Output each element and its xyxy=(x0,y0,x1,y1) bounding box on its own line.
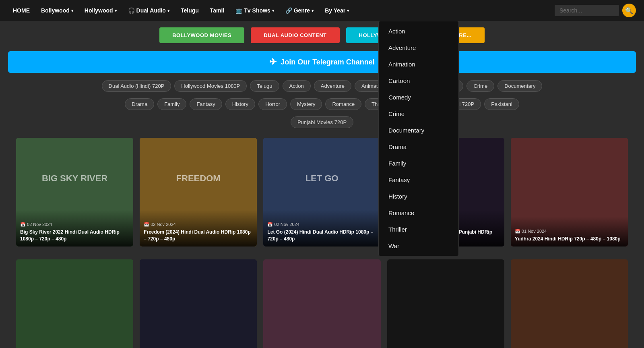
category-buttons: BOLLYWOOD MOVIES DUAL AUDIO CONTENT HOLL… xyxy=(0,21,644,47)
tag-telugu[interactable]: Telugu xyxy=(250,80,279,92)
movie-card[interactable] xyxy=(263,259,380,348)
genre-item-comedy[interactable]: Comedy xyxy=(379,89,458,106)
headphone-icon xyxy=(128,7,135,14)
telegram-icon: ✈ xyxy=(269,57,277,67)
movie-card[interactable]: FREEDOM📅 02 Nov 2024Freedom (2024) Hindi… xyxy=(140,138,257,246)
genre-item-history[interactable]: History xyxy=(379,188,458,205)
movie-overlay: 📅 02 Nov 2024Big Sky River 2022 Hindi Du… xyxy=(16,210,133,246)
movie-grid-row1: BIG SKY RIVER📅 02 Nov 2024Big Sky River … xyxy=(0,131,644,253)
tag-adventure[interactable]: Adventure xyxy=(314,80,351,92)
chevron-down-icon: ▾ xyxy=(272,8,274,13)
tag-history[interactable]: History xyxy=(225,98,255,110)
genre-item-animation[interactable]: Animation xyxy=(379,56,458,72)
nav-by-year[interactable]: By Year ▾ xyxy=(320,4,354,17)
movie-title: Let Go (2024) Hindi Dual Audio HDRip 108… xyxy=(267,229,376,242)
svg-text:LET GO: LET GO xyxy=(305,173,339,183)
movie-card[interactable] xyxy=(387,259,504,348)
tag-pakistani[interactable]: Pakistani xyxy=(484,98,519,110)
tag-punjabi-movies-720p[interactable]: Punjabi Movies 720P xyxy=(291,116,353,128)
genre-item-romance[interactable]: Romance xyxy=(379,205,458,221)
tag-family[interactable]: Family xyxy=(157,98,186,110)
tag-romance[interactable]: Romance xyxy=(325,98,361,110)
movie-overlay: 📅 02 Nov 2024Let Go (2024) Hindi Dual Au… xyxy=(263,210,380,246)
svg-rect-10 xyxy=(263,259,380,348)
genre-item-cartoon[interactable]: Cartoon xyxy=(379,72,458,89)
svg-rect-8 xyxy=(16,259,133,348)
movie-date: 📅 02 Nov 2024 xyxy=(20,222,129,227)
tag-mystery[interactable]: Mystery xyxy=(290,98,322,110)
chevron-down-icon: ▾ xyxy=(115,8,117,13)
tags-row-1: Dual Audio (Hindi) 720PHollywood Movies … xyxy=(0,77,644,95)
movie-overlay: 📅 02 Nov 2024Freedom (2024) Hindi Dual A… xyxy=(140,210,257,246)
movie-date: 📅 02 Nov 2024 xyxy=(267,222,376,227)
movie-card[interactable]: LET GO📅 02 Nov 2024Let Go (2024) Hindi D… xyxy=(263,138,380,246)
genre-item-family[interactable]: Family xyxy=(379,155,458,172)
tag-drama[interactable]: Drama xyxy=(125,98,154,110)
nav-genre[interactable]: Genre ▾ xyxy=(281,4,318,17)
genre-item-fantasy[interactable]: Fantasy xyxy=(379,172,458,188)
nav-telugu[interactable]: Telugu xyxy=(176,4,204,17)
movie-title: Yudhra 2024 Hindi HDRip 720p – 480p – 10… xyxy=(515,236,624,242)
nav-dual-audio[interactable]: Dual Audio ▾ xyxy=(123,4,174,17)
svg-rect-9 xyxy=(140,259,257,348)
genre-item-documentary[interactable]: Documentary xyxy=(379,122,458,139)
telegram-text: Join Our Telegram Channel xyxy=(281,58,375,66)
tag-action[interactable]: Action xyxy=(283,80,311,92)
search-button[interactable]: 🔍 xyxy=(622,4,636,17)
genre-item-thriller[interactable]: Thriller xyxy=(379,221,458,238)
movie-card[interactable] xyxy=(16,259,133,348)
chevron-down-icon: ▾ xyxy=(71,8,73,13)
search-container: 🔍 xyxy=(555,4,636,17)
chevron-down-icon: ▾ xyxy=(312,8,314,13)
genre-item-war[interactable]: War xyxy=(379,238,458,254)
tag-dual-audio-(hindi)-720p[interactable]: Dual Audio (Hindi) 720P xyxy=(102,80,171,92)
svg-text:BIG SKY RIVER: BIG SKY RIVER xyxy=(42,173,108,183)
nav-tamil[interactable]: Tamil xyxy=(205,4,229,17)
svg-text:FREEDOM: FREEDOM xyxy=(176,173,221,183)
tags-row-2: DramaFamilyFantasyHistoryHorrorMysteryRo… xyxy=(0,95,644,113)
genre-item-adventure[interactable]: Adventure xyxy=(379,39,458,56)
tag-fantasy[interactable]: Fantasy xyxy=(190,98,222,110)
chevron-down-icon: ▾ xyxy=(167,8,169,13)
nav-bollywood[interactable]: Bollywood ▾ xyxy=(36,4,78,17)
movie-card[interactable]: BIG SKY RIVER📅 02 Nov 2024Big Sky River … xyxy=(16,138,133,246)
nav-tv-shows[interactable]: Tv Shows ▾ xyxy=(231,4,279,17)
genre-dropdown: ActionAdventureAnimationCartoonComedyCri… xyxy=(378,21,459,256)
bollywood-movies-button[interactable]: BOLLYWOOD MOVIES xyxy=(159,27,244,43)
chevron-down-icon: ▾ xyxy=(347,8,349,13)
svg-rect-12 xyxy=(511,259,628,348)
tag-documentary[interactable]: Documentary xyxy=(497,80,542,92)
movie-card[interactable] xyxy=(511,259,628,348)
main-nav: HOME Bollywood ▾ Hollywood ▾ Dual Audio … xyxy=(0,0,644,21)
movie-overlay: 📅 01 Nov 2024Yudhra 2024 Hindi HDRip 720… xyxy=(511,217,628,246)
nav-home[interactable]: HOME xyxy=(8,4,35,17)
telegram-banner[interactable]: ✈ Join Our Telegram Channel xyxy=(8,51,636,73)
nav-hollywood[interactable]: Hollywood ▾ xyxy=(80,4,122,17)
tag-horror[interactable]: Horror xyxy=(258,98,287,110)
blur-overlay xyxy=(387,259,504,348)
dual-audio-button[interactable]: DUAL AUDIO CONTENT xyxy=(251,27,339,43)
movie-grid-row2 xyxy=(0,253,644,348)
movie-date: 📅 02 Nov 2024 xyxy=(144,222,253,227)
genre-item-drama[interactable]: Drama xyxy=(379,139,458,155)
link-icon xyxy=(285,7,292,14)
tv-icon xyxy=(235,7,242,14)
movie-title: Freedom (2024) Hindi Dual Audio HDRip 10… xyxy=(144,229,253,242)
tag-crime[interactable]: Crime xyxy=(466,80,494,92)
movie-card[interactable] xyxy=(140,259,257,348)
movie-title: Big Sky River 2022 Hindi Dual Audio HDRi… xyxy=(20,229,129,242)
search-input[interactable] xyxy=(555,5,619,16)
tag-hollywood-movies-1080p[interactable]: Hollywood Movies 1080P xyxy=(174,80,247,92)
tags-row-3: Punjabi Movies 720P xyxy=(0,113,644,131)
genre-item-crime[interactable]: Crime xyxy=(379,106,458,122)
genre-item-action[interactable]: Action xyxy=(379,23,458,39)
movie-card[interactable]: 📅 01 Nov 2024Yudhra 2024 Hindi HDRip 720… xyxy=(511,138,628,246)
movie-date: 📅 01 Nov 2024 xyxy=(515,229,624,234)
